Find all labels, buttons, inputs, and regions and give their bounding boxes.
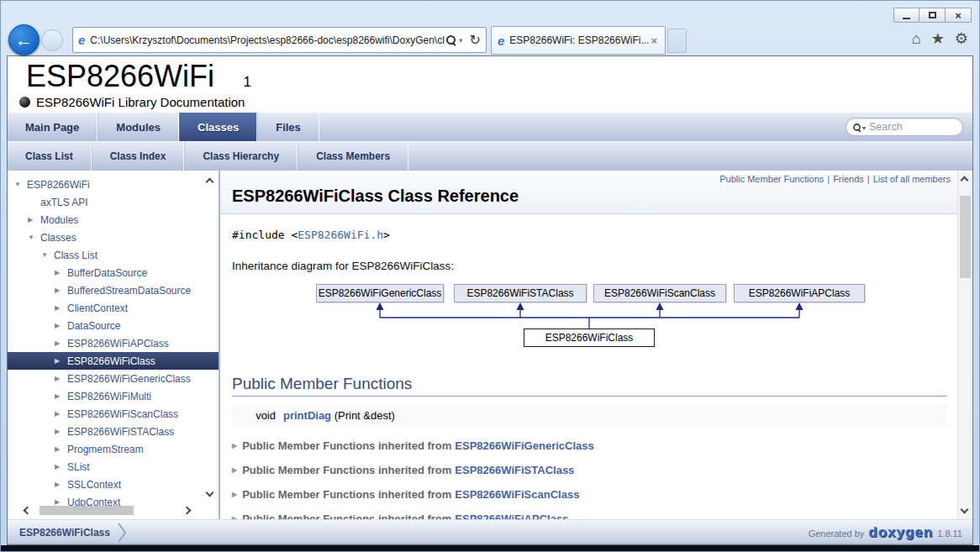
scroll-down-icon[interactable]: [206, 489, 214, 497]
tree-item-esp8266wifiscanclass[interactable]: ▶ESP8266WiFiScanClass: [8, 405, 219, 423]
tab-class-members[interactable]: Class Members: [298, 142, 408, 171]
tree-collapsed-icon[interactable]: ▶: [55, 287, 67, 294]
tab-files[interactable]: Files: [257, 113, 319, 141]
tree-expanded-icon[interactable]: ▼: [41, 251, 54, 259]
tree-collapsed-icon[interactable]: ▶: [55, 357, 67, 365]
doc-header: Public Member Functions|Friends|List of …: [220, 171, 972, 214]
scroll-up-icon[interactable]: [206, 178, 214, 187]
tree-item-class-list[interactable]: ▼Class List: [8, 246, 219, 264]
tree-item-modules[interactable]: ▶Modules: [8, 211, 219, 229]
sidebar-hscroll-thumb[interactable]: [40, 506, 134, 515]
tab-modules[interactable]: Modules: [97, 113, 179, 141]
minimize-button[interactable]: [893, 8, 919, 23]
inherited-section-esp8266wifiscanclass[interactable]: ▶Public Member Functions inherited fromE…: [232, 488, 947, 501]
search-caret-icon: ▾: [862, 124, 866, 132]
inherit-class-link[interactable]: ESP8266WiFiGenericClass: [455, 439, 593, 452]
tree-item-sslcontext[interactable]: ▶SSLContext: [8, 476, 219, 493]
tree-item-progmemstream[interactable]: ▶ProgmemStream: [8, 440, 219, 458]
tab-close-icon[interactable]: ×: [649, 34, 659, 47]
tree-item-esp8266wificlass[interactable]: ▶ESP8266WiFiClass: [8, 352, 219, 370]
inherited-section-esp8266wifistaclass[interactable]: ▶Public Member Functions inherited fromE…: [232, 464, 947, 476]
browser-tab[interactable]: e ESP8266WiFi: ESP8266WiFi... ×: [491, 26, 666, 55]
tree-item-esp8266wifiapclass[interactable]: ▶ESP8266WiFiAPClass: [8, 334, 219, 352]
content-vertical-scrollbar[interactable]: [957, 171, 972, 519]
tab-class-list[interactable]: Class List: [8, 142, 92, 171]
tree-item-esp8266wifi[interactable]: ▼ESP8266WiFi: [8, 176, 219, 193]
search-input[interactable]: ▾ Search: [846, 118, 963, 136]
sidebar-vertical-scrollbar[interactable]: [204, 176, 217, 499]
home-icon[interactable]: ⌂: [912, 31, 921, 46]
tree-item-datasource[interactable]: ▶DataSource: [8, 317, 219, 334]
tree-collapsed-icon[interactable]: ▶: [55, 481, 67, 488]
scroll-right-icon[interactable]: [183, 507, 192, 515]
tree-collapsed-icon[interactable]: ▶: [55, 428, 67, 435]
tab-classes[interactable]: Classes: [179, 113, 257, 141]
include-file-link[interactable]: ESP8266WiFi.h: [298, 229, 383, 241]
dropdown-caret-icon[interactable]: ▾: [459, 36, 463, 45]
tree-item-axtls-api[interactable]: axTLS API: [8, 193, 219, 211]
tree-item-classes[interactable]: ▼Classes: [8, 229, 219, 246]
tab-main-page[interactable]: Main Page: [8, 113, 97, 141]
tree-collapsed-icon[interactable]: ▶: [55, 322, 67, 329]
favorites-star-icon[interactable]: ★: [931, 31, 945, 46]
content-scroll-up-icon[interactable]: [961, 176, 969, 185]
tree-item-esp8266wifistaclass[interactable]: ▶ESP8266WiFiSTAClass: [8, 423, 219, 440]
tree-collapsed-icon[interactable]: ▶: [55, 410, 67, 418]
inherited-section-esp8266wifiapclass[interactable]: ▶Public Member Functions inherited fromE…: [232, 513, 947, 519]
inherit-class-link[interactable]: ESP8266WiFiAPClass: [455, 513, 568, 519]
close-button[interactable]: ×: [946, 8, 972, 23]
content-scroll-thumb[interactable]: [960, 196, 971, 278]
tab-class-index[interactable]: Class Index: [92, 142, 185, 171]
tree-item-clientcontext[interactable]: ▶ClientContext: [8, 299, 219, 317]
diagram-node-sta[interactable]: ESP8266WiFiSTAClass: [454, 284, 587, 302]
inherit-collapsed-icon[interactable]: ▶: [232, 442, 237, 449]
address-bar[interactable]: e C:\Users\Krzysztof\Documents\Projects\…: [72, 27, 487, 53]
inherited-section-esp8266wifigenericclass[interactable]: ▶Public Member Functions inherited fromE…: [232, 439, 947, 452]
new-tab-button[interactable]: [667, 29, 687, 53]
tree-collapsed-icon[interactable]: ▶: [55, 269, 67, 276]
breadcrumb[interactable]: ESP8266WiFiClass: [19, 527, 110, 539]
forward-button[interactable]: →: [41, 29, 63, 51]
tree-collapsed-icon[interactable]: ▶: [55, 375, 67, 382]
refresh-icon[interactable]: ↻: [470, 32, 481, 48]
browser-chrome: ← → e C:\Users\Krzysztof\Documents\Proje…: [1, 24, 979, 55]
tree-collapsed-icon[interactable]: ▶: [55, 463, 67, 471]
diagram-node-generic[interactable]: ESP8266WiFiGenericClass: [316, 284, 444, 302]
back-button[interactable]: ←: [8, 24, 40, 55]
maximize-icon: [929, 12, 936, 18]
summary-link-list-of-all-members[interactable]: List of all members: [873, 174, 951, 184]
tree-item-esp8266wifigenericclass[interactable]: ▶ESP8266WiFiGenericClass: [8, 370, 219, 387]
tree-expanded-icon[interactable]: ▼: [28, 234, 40, 241]
summary-link-friends[interactable]: Friends: [833, 174, 864, 184]
chrome-toolbar-icons: ⌂ ★ ⚙: [912, 31, 968, 46]
url-text[interactable]: C:\Users\Krzysztof\Documents\Projects\es…: [90, 34, 445, 46]
tree-item-esp8266wifimulti[interactable]: ▶ESP8266WiFiMulti: [8, 387, 219, 405]
tree-item-bufferdatasource[interactable]: ▶BufferDataSource: [8, 264, 219, 281]
summary-link-public-member-functions[interactable]: Public Member Functions: [719, 174, 824, 184]
diagram-node-ap[interactable]: ESP8266WiFiAPClass: [734, 284, 865, 302]
member-function-link[interactable]: printDiag: [283, 409, 331, 422]
tree-item-label: DataSource: [67, 320, 120, 332]
tree-collapsed-icon[interactable]: ▶: [55, 392, 67, 400]
tree-collapsed-icon[interactable]: ▶: [55, 445, 67, 453]
inherit-collapsed-icon[interactable]: ▶: [232, 491, 237, 498]
sidebar-horizontal-scrollbar[interactable]: [13, 505, 202, 517]
settings-gear-icon[interactable]: ⚙: [955, 31, 968, 46]
tree-collapsed-icon[interactable]: ▶: [55, 304, 67, 312]
tree-expanded-icon[interactable]: ▼: [14, 181, 27, 188]
tree-item-slist[interactable]: ▶SList: [8, 458, 219, 476]
scroll-left-icon[interactable]: [24, 507, 32, 515]
diagram-node-scan[interactable]: ESP8266WiFiScanClass: [593, 284, 726, 302]
inherit-collapsed-icon[interactable]: ▶: [232, 466, 237, 474]
tab-class-hierarchy[interactable]: Class Hierarchy: [184, 142, 298, 171]
tree-collapsed-icon[interactable]: ▶: [28, 216, 40, 223]
tree-item-label: SList: [67, 461, 90, 473]
inherit-class-link[interactable]: ESP8266WiFiScanClass: [455, 488, 579, 501]
tree-collapsed-icon[interactable]: ▶: [55, 339, 67, 347]
search-icon[interactable]: [445, 34, 456, 45]
content-scroll-down-icon[interactable]: [961, 506, 969, 514]
doxygen-logo[interactable]: doxygen: [868, 524, 933, 541]
inherit-class-link[interactable]: ESP8266WiFiSTAClass: [455, 464, 574, 476]
tree-item-bufferedstreamdatasource[interactable]: ▶BufferedStreamDataSource: [8, 281, 219, 299]
maximize-button[interactable]: [919, 8, 946, 23]
